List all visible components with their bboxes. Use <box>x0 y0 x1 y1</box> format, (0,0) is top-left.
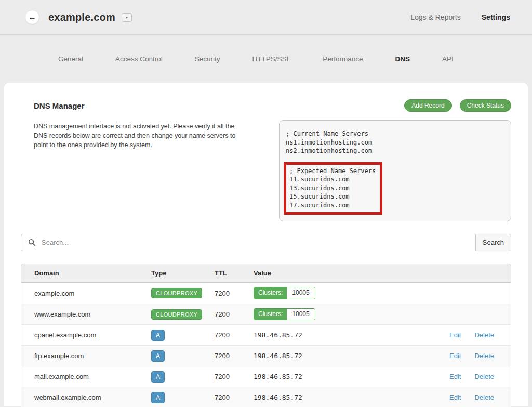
domain-cell: webmail.example.com <box>34 393 151 401</box>
site-switcher-button[interactable]: ▾ <box>122 13 132 22</box>
value-cell: 198.46.85.72 <box>254 331 449 339</box>
value-cell: 198.46.85.72 <box>254 373 449 380</box>
clusters-value: 10005 <box>287 309 314 320</box>
tab-general[interactable]: General <box>58 55 83 63</box>
search-bar: Search <box>21 234 511 251</box>
type-cell: CLOUDPROXY <box>151 288 215 298</box>
a-record-badge: A <box>151 350 165 362</box>
search-input[interactable] <box>41 234 475 251</box>
table-row: example.comCLOUDPROXY7200Clusters:10005 <box>21 283 511 304</box>
type-cell: A <box>151 350 215 362</box>
ip-value: 198.46.85.72 <box>254 352 302 360</box>
column-header-type: Type <box>151 269 215 277</box>
cloudproxy-badge: CLOUDPROXY <box>151 288 202 298</box>
nameservers-box: ; Current Name Servers ns1.inmotionhosti… <box>279 120 511 221</box>
actions-cell: EditDelete <box>449 352 511 360</box>
domain-cell: cpanel.example.com <box>34 331 151 339</box>
cloudproxy-badge: CLOUDPROXY <box>151 309 202 320</box>
value-cell: Clusters:10005 <box>254 287 449 299</box>
site-domain-title: example.com <box>48 11 115 23</box>
clusters-label: Clusters: <box>254 287 287 299</box>
ip-value: 198.46.85.72 <box>254 393 302 401</box>
expected-nameservers: 11.sucuridns.com13.sucuridns.com15.sucur… <box>289 175 380 209</box>
column-header-ttl: TTL <box>215 269 254 277</box>
search-icon <box>21 234 41 251</box>
ttl-cell: 7200 <box>215 331 254 339</box>
type-cell: A <box>151 330 215 341</box>
nameserver-line: 13.sucuridns.com <box>289 184 380 193</box>
clusters-badge: Clusters:10005 <box>254 308 315 321</box>
nameserver-line: ns1.inmotionhosting.com <box>286 138 506 147</box>
nameserver-line: ns2.inmotionhosting.com <box>286 147 506 155</box>
page-title: DNS Manager <box>34 101 85 110</box>
nameserver-line: 15.sucuridns.com <box>289 192 380 201</box>
a-record-badge: A <box>151 330 165 341</box>
a-record-badge: A <box>151 392 165 403</box>
actions-cell: EditDelete <box>449 373 511 380</box>
back-button[interactable]: ← <box>25 10 39 24</box>
search-button[interactable]: Search <box>475 234 511 251</box>
value-cell: 198.46.85.72 <box>254 393 449 401</box>
nameserver-line: 11.sucuridns.com <box>289 175 380 184</box>
current-nameservers: ns1.inmotionhosting.comns2.inmotionhosti… <box>286 138 506 155</box>
tab-access-control[interactable]: Access Control <box>115 55 163 63</box>
panel-header: DNS Manager Add Record Check Status <box>21 99 511 112</box>
domain-cell: example.com <box>34 290 151 297</box>
value-cell: Clusters:10005 <box>254 308 449 321</box>
delete-link[interactable]: Delete <box>474 352 494 360</box>
table-header-row: DomainTypeTTLValue <box>21 264 511 283</box>
type-cell: CLOUDPROXY <box>151 309 215 320</box>
a-record-badge: A <box>151 371 165 383</box>
ttl-cell: 7200 <box>215 290 254 297</box>
domain-cell: mail.example.com <box>34 373 151 380</box>
nav-link-settings[interactable]: Settings <box>482 13 510 21</box>
ip-value: 198.46.85.72 <box>254 373 302 380</box>
delete-link[interactable]: Delete <box>474 393 494 401</box>
column-header-value: Value <box>254 269 449 277</box>
type-cell: A <box>151 392 215 403</box>
value-cell: 198.46.85.72 <box>254 352 449 360</box>
table-row: cpanel.example.comA7200198.46.85.72EditD… <box>21 324 511 345</box>
delete-link[interactable]: Delete <box>474 373 494 380</box>
ttl-cell: 7200 <box>215 310 254 318</box>
actions-cell: EditDelete <box>449 331 511 339</box>
add-record-button[interactable]: Add Record <box>404 99 451 112</box>
dns-description: DNS management interface is not activate… <box>34 122 248 150</box>
ttl-cell: 7200 <box>215 352 254 360</box>
table-row: ftp.example.comA7200198.46.85.72EditDele… <box>21 345 511 366</box>
tab-performance[interactable]: Performance <box>323 55 363 63</box>
expected-nameservers-highlight: ; Expected Name Servers 11.sucuridns.com… <box>284 162 382 215</box>
edit-link[interactable]: Edit <box>449 373 461 380</box>
clusters-label: Clusters: <box>254 309 287 320</box>
ttl-cell: 7200 <box>215 393 254 401</box>
edit-link[interactable]: Edit <box>449 352 461 360</box>
ip-value: 198.46.85.72 <box>254 331 302 339</box>
tab-https-ssl[interactable]: HTTPS/SSL <box>252 55 291 63</box>
nameserver-line: 17.sucuridns.com <box>289 201 380 210</box>
tab-dns[interactable]: DNS <box>395 55 410 63</box>
column-header-domain: Domain <box>34 269 151 277</box>
domain-cell: ftp.example.com <box>34 352 151 360</box>
panel-actions: Add Record Check Status <box>404 99 511 112</box>
dns-records-table: DomainTypeTTLValue example.comCLOUDPROXY… <box>21 264 511 407</box>
current-nameservers-header: ; Current Name Servers <box>286 129 506 138</box>
caret-down-icon: ▾ <box>126 15 128 20</box>
edit-link[interactable]: Edit <box>449 331 461 339</box>
table-row: www.example.comCLOUDPROXY7200Clusters:10… <box>21 304 511 324</box>
expected-nameservers-header: ; Expected Name Servers <box>289 167 380 176</box>
nav-link-logs-reports[interactable]: Logs & Reports <box>410 13 461 21</box>
check-status-button[interactable]: Check Status <box>460 99 511 112</box>
table-row: webmail.example.comA7200198.46.85.72Edit… <box>21 387 511 407</box>
clusters-value: 10005 <box>287 287 314 299</box>
arrow-left-icon: ← <box>28 12 36 22</box>
tab-api[interactable]: API <box>442 55 454 63</box>
dns-info-row: DNS management interface is not activate… <box>21 120 511 221</box>
dns-table-body: example.comCLOUDPROXY7200Clusters:10005w… <box>21 283 511 407</box>
actions-cell: EditDelete <box>449 393 511 401</box>
dns-manager-panel: DNS Manager Add Record Check Status DNS … <box>4 83 528 406</box>
edit-link[interactable]: Edit <box>449 393 461 401</box>
tab-security[interactable]: Security <box>195 55 220 63</box>
delete-link[interactable]: Delete <box>474 331 494 339</box>
table-row: mail.example.comA7200198.46.85.72EditDel… <box>21 366 511 387</box>
top-bar: ← example.com ▾ Logs & ReportsSettings <box>0 0 532 35</box>
